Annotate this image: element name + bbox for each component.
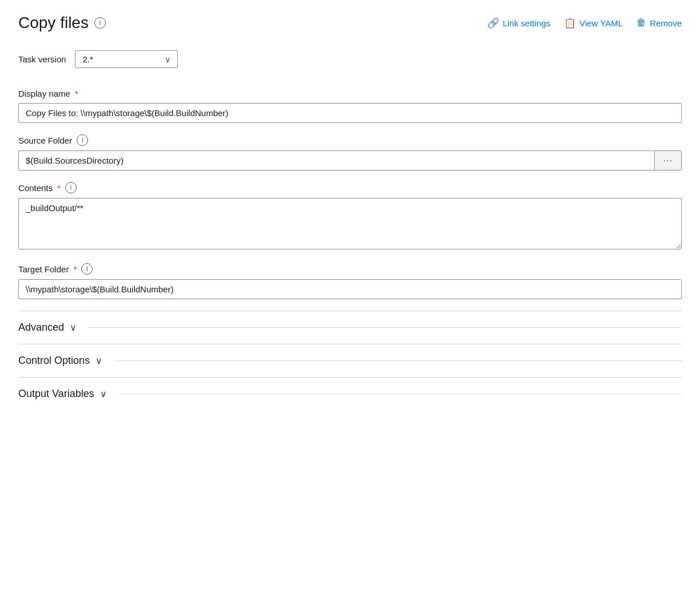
task-version-select[interactable]: 2.* ∨ — [75, 50, 178, 68]
source-folder-ellipsis-button[interactable]: ··· — [654, 150, 682, 170]
title-info-icon[interactable]: i — [94, 17, 106, 29]
advanced-section: Advanced ∨ — [18, 311, 682, 344]
source-folder-label: Source Folder — [18, 136, 72, 145]
header-left: Copy files i — [18, 14, 106, 32]
advanced-header[interactable]: Advanced ∨ — [18, 322, 682, 334]
output-variables-header[interactable]: Output Variables ∨ — [18, 388, 682, 400]
contents-section: Contents * i — [18, 182, 682, 252]
source-folder-section: Source Folder i ··· — [18, 134, 682, 170]
target-folder-required: * — [73, 264, 77, 274]
advanced-chevron-icon: ∨ — [70, 322, 77, 333]
control-options-divider — [115, 360, 682, 361]
task-version-value: 2.* — [82, 54, 93, 64]
link-settings-button[interactable]: 🔗 Link settings — [487, 17, 550, 29]
advanced-divider — [89, 327, 682, 328]
advanced-title: Advanced — [18, 322, 64, 334]
header-actions: 🔗 Link settings 📋 View YAML 🗑 Remove — [487, 17, 682, 29]
target-folder-section: Target Folder * i — [18, 263, 682, 299]
source-folder-input[interactable] — [18, 150, 654, 170]
control-options-header[interactable]: Control Options ∨ — [18, 355, 682, 367]
chevron-down-icon: ∨ — [165, 55, 170, 64]
link-icon: 🔗 — [487, 17, 499, 29]
page-title: Copy files — [18, 14, 89, 32]
display-name-label-row: Display name * — [18, 89, 682, 98]
remove-label: Remove — [650, 18, 682, 28]
target-folder-info-icon[interactable]: i — [81, 263, 93, 275]
task-version-label: Task version — [18, 54, 66, 64]
display-name-required: * — [75, 89, 78, 98]
display-name-label: Display name — [18, 89, 70, 98]
task-version-row: Task version 2.* ∨ — [18, 50, 682, 68]
display-name-section: Display name * — [18, 89, 682, 123]
contents-required: * — [57, 183, 61, 193]
display-name-input[interactable] — [18, 103, 682, 123]
output-variables-divider — [120, 394, 682, 394]
trash-icon: 🗑 — [637, 17, 646, 29]
source-folder-label-row: Source Folder i — [18, 134, 682, 146]
control-options-title: Control Options — [18, 355, 90, 367]
remove-button[interactable]: 🗑 Remove — [637, 17, 682, 29]
source-folder-info-icon[interactable]: i — [77, 134, 88, 146]
contents-label: Contents — [18, 183, 53, 193]
control-options-section: Control Options ∨ — [18, 344, 682, 377]
contents-label-row: Contents * i — [18, 182, 682, 193]
ellipsis-icon: ··· — [663, 156, 673, 166]
view-yaml-button[interactable]: 📋 View YAML — [564, 17, 623, 29]
view-yaml-label: View YAML — [579, 18, 623, 28]
output-variables-title: Output Variables — [18, 388, 94, 400]
output-variables-section: Output Variables ∨ — [18, 377, 682, 410]
target-folder-input[interactable] — [18, 279, 682, 299]
source-folder-row: ··· — [18, 150, 682, 170]
link-settings-label: Link settings — [503, 18, 550, 28]
contents-info-icon[interactable]: i — [65, 182, 77, 193]
output-variables-chevron-icon: ∨ — [100, 388, 107, 399]
clipboard-icon: 📋 — [564, 17, 576, 29]
target-folder-label-row: Target Folder * i — [18, 263, 682, 275]
contents-textarea[interactable] — [18, 198, 682, 249]
target-folder-label: Target Folder — [18, 264, 69, 274]
page-header: Copy files i 🔗 Link settings 📋 View YAML… — [18, 14, 682, 32]
control-options-chevron-icon: ∨ — [96, 355, 102, 366]
